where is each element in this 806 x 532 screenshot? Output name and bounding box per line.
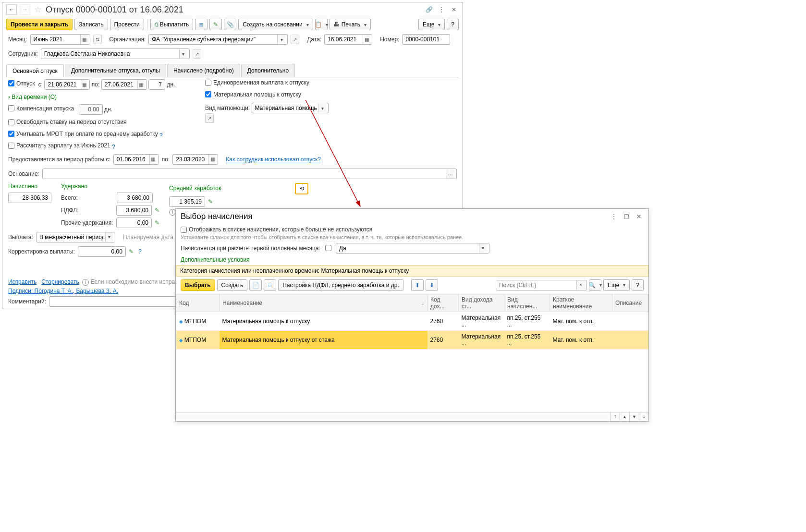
col-accrual-kind[interactable]: Вид начислен... [504, 294, 550, 312]
col-income-kind[interactable]: Вид дохода ст... [459, 294, 504, 312]
how-used-link[interactable]: Как сотрудник использовал отпуск? [226, 156, 321, 163]
month-stepper[interactable]: ⇅ [93, 35, 102, 44]
org-value[interactable] [151, 36, 277, 43]
show-unused-check[interactable]: Отображать в списке начисления, которые … [181, 226, 372, 233]
col-code[interactable]: Код [176, 294, 220, 312]
copy-button[interactable]: 📄 [249, 279, 262, 291]
mat-type-open-icon[interactable]: ↗ [205, 113, 214, 123]
create-button[interactable]: Создать [217, 279, 248, 291]
time-type-link[interactable]: › Вид времени (О) [8, 94, 57, 100]
move-down-button[interactable]: ⬇ [426, 279, 438, 291]
create-based-button[interactable]: Создать на основании [238, 19, 313, 30]
col-income-code[interactable]: Код дох... [427, 294, 459, 312]
tab-extra-vacation[interactable]: Дополнительные отпуска, отгулы [65, 64, 166, 77]
employee-open-icon[interactable]: ↗ [193, 49, 201, 59]
search-button[interactable]: 🔍 [589, 279, 601, 291]
half-month-input[interactable]: ▾ [336, 243, 489, 254]
edit-icon-button[interactable]: ✎ [209, 19, 222, 30]
help-button[interactable]: ? [447, 19, 459, 30]
pay-button[interactable]: ⎙ Выплатить [150, 19, 194, 30]
lump-check[interactable]: Единовременная выплата к отпуску [205, 79, 309, 86]
table-row[interactable]: ◆ МТПОМ Материальная помощь к отпуску 27… [176, 312, 648, 330]
correction-input[interactable] [78, 246, 126, 257]
org-input[interactable]: ▾ [148, 34, 288, 45]
nav-down-icon[interactable]: ▼ [629, 412, 639, 421]
mat-help-check[interactable]: Материальная помощь к отпуску [205, 91, 301, 98]
maximize-icon[interactable]: ☐ [622, 212, 631, 221]
basis-input[interactable]: … [42, 169, 457, 179]
popup-help-button[interactable]: ? [632, 279, 644, 291]
calendar-icon[interactable]: ▦ [80, 35, 88, 44]
chevron-down-icon[interactable]: ▾ [105, 232, 113, 242]
chevron-down-icon[interactable]: ▾ [318, 103, 326, 113]
additional-conditions-link[interactable]: Дополнительные условия [181, 256, 250, 263]
num-input[interactable] [402, 34, 450, 45]
signatures-link[interactable]: Подписи: Погодина Т. А., Барышева З. А. [8, 288, 118, 294]
table-row[interactable]: ◆ МТПОМ Материальная помощь к отпуску от… [176, 330, 648, 349]
star-icon[interactable]: ☆ [33, 5, 43, 14]
clear-search-icon[interactable]: × [576, 280, 584, 290]
chevron-down-icon[interactable]: ▾ [179, 49, 187, 59]
move-up-button[interactable]: ⬆ [411, 279, 424, 291]
mrot-help-icon[interactable]: ? [159, 132, 163, 138]
save-button[interactable]: Записать [74, 19, 108, 30]
mrot-check[interactable]: Учитывать МРОТ при оплате по среднему за… [8, 131, 158, 137]
setup-button[interactable]: Настройка НДФЛ, среднего заработка и др. [278, 279, 403, 291]
search-input[interactable]: × [496, 280, 587, 290]
popup-more-button[interactable]: Еще [603, 279, 630, 291]
kebab-icon[interactable]: ⋮ [437, 5, 446, 14]
col-description[interactable]: Описание [612, 294, 648, 312]
employee-input[interactable]: ▾ [41, 48, 190, 59]
select-button[interactable]: Выбрать [181, 279, 215, 291]
kebab-icon[interactable]: ⋮ [609, 212, 619, 221]
recalc-help-icon[interactable]: ? [112, 144, 115, 150]
mat-type-input[interactable]: ▾ [252, 103, 329, 113]
forward-button[interactable]: → [20, 4, 30, 15]
copy-icon-button[interactable]: 📋 [315, 19, 328, 30]
post-close-button[interactable]: Провести и закрыть [6, 19, 73, 30]
nav-last-icon[interactable]: ⤓ [639, 412, 648, 421]
close-icon[interactable]: ✕ [634, 212, 644, 221]
calendar-icon[interactable]: ▦ [149, 155, 157, 164]
date-input[interactable]: ▦ [324, 34, 372, 45]
tab-additional[interactable]: Дополнительно [241, 64, 295, 77]
close-icon[interactable]: ✕ [449, 5, 459, 14]
mat-type-value[interactable] [254, 104, 318, 112]
employee-value[interactable] [43, 50, 179, 58]
half-month-check[interactable] [325, 245, 331, 251]
back-button[interactable]: ← [6, 4, 17, 15]
period-to-input[interactable]: ▦ [172, 154, 218, 165]
month-value[interactable] [33, 36, 80, 43]
calendar-icon[interactable]: ▦ [137, 80, 145, 89]
col-short-name[interactable]: Краткое наименование [550, 294, 612, 312]
vacation-check[interactable]: Отпуск [8, 80, 35, 87]
calendar-icon[interactable]: ▦ [81, 80, 88, 89]
month-input[interactable]: ▦ [30, 34, 90, 45]
col-name[interactable]: Наименование↓ [220, 294, 427, 312]
corr-help-icon[interactable]: ? [138, 248, 142, 255]
edit-corr-icon[interactable]: ✎ [129, 248, 134, 255]
days-input[interactable] [148, 79, 165, 90]
tab-main-vacation[interactable]: Основной отпуск [6, 64, 64, 77]
chevron-down-icon[interactable]: ▾ [479, 243, 487, 253]
edit-other-icon[interactable]: ✎ [155, 219, 159, 226]
list-button[interactable]: ≣ [264, 279, 276, 291]
storno-link[interactable]: Сторнировать [41, 278, 79, 285]
calendar-icon[interactable]: ▦ [208, 155, 216, 164]
date-value[interactable] [327, 36, 363, 43]
org-open-icon[interactable]: ↗ [291, 35, 299, 44]
list-icon-button[interactable]: ≣ [195, 19, 208, 30]
more-button[interactable]: Еще [418, 19, 445, 30]
print-button[interactable]: 🖶 Печать [330, 19, 371, 30]
edit-ndfl-icon[interactable]: ✎ [155, 207, 159, 214]
chevron-down-icon[interactable]: ▾ [277, 35, 285, 44]
num-value[interactable] [404, 36, 448, 43]
nav-first-icon[interactable]: ⤒ [610, 412, 620, 421]
release-rate-check[interactable]: Освободить ставку на период отсутствия [8, 119, 127, 125]
tab-accrued[interactable]: Начислено (подробно) [167, 64, 240, 77]
fix-link[interactable]: Исправить [8, 278, 37, 285]
calendar-icon[interactable]: ▦ [363, 35, 370, 44]
ellipsis-icon[interactable]: … [446, 169, 454, 179]
payout-input[interactable]: ▾ [36, 232, 115, 242]
link-icon[interactable]: 🔗 [424, 5, 434, 14]
